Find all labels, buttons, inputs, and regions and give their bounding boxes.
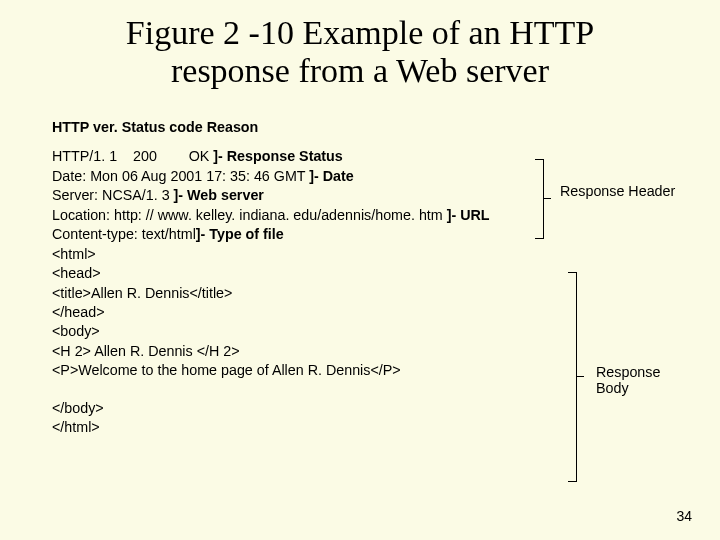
location-annotation: ]- URL xyxy=(447,207,490,223)
label-body-l2: Body xyxy=(596,380,629,396)
label-response-body: Response Body xyxy=(596,364,660,396)
status-annotation: ]- Response Status xyxy=(213,148,343,164)
column-caption: HTTP ver. Status code Reason xyxy=(52,118,672,137)
status-line: HTTP/1. 1 200 OK ]- Response Status xyxy=(52,147,672,166)
body-line: <html> xyxy=(52,245,672,264)
blank-line xyxy=(52,381,672,399)
slide: Figure 2 -10 Example of an HTTP response… xyxy=(0,0,720,540)
title-line-1: Figure 2 -10 Example of an HTTP xyxy=(126,14,594,51)
bracket-response-header xyxy=(543,159,544,239)
body-line: </body> xyxy=(52,399,672,418)
bracket-response-body xyxy=(576,272,577,482)
slide-title: Figure 2 -10 Example of an HTTP response… xyxy=(0,0,720,90)
body-line: </head> xyxy=(52,303,672,322)
status-text: HTTP/1. 1 200 OK xyxy=(52,148,213,164)
ctype-line: Content-type: text/html]- Type of file xyxy=(52,225,672,244)
body-line: <head> xyxy=(52,264,672,283)
body-line: <body> xyxy=(52,322,672,341)
date-annotation: ]- Date xyxy=(309,168,353,184)
date-text: Date: Mon 06 Aug 2001 17: 35: 46 GMT xyxy=(52,168,309,184)
label-body-l1: Response xyxy=(596,364,660,380)
server-annotation: ]- Web server xyxy=(174,187,264,203)
body-line: </html> xyxy=(52,418,672,437)
ctype-annotation: ]- Type of file xyxy=(196,226,284,242)
location-line: Location: http: // www. kelley. indiana.… xyxy=(52,206,672,225)
location-text: Location: http: // www. kelley. indiana.… xyxy=(52,207,447,223)
content-block: HTTP ver. Status code Reason HTTP/1. 1 2… xyxy=(52,118,672,438)
body-line: <P>Welcome to the home page of Allen R. … xyxy=(52,361,672,380)
label-response-header: Response Header xyxy=(560,183,675,199)
server-text: Server: NCSA/1. 3 xyxy=(52,187,174,203)
page-number: 34 xyxy=(676,508,692,524)
body-line: <H 2> Allen R. Dennis </H 2> xyxy=(52,342,672,361)
title-line-2: response from a Web server xyxy=(171,52,549,89)
ctype-text: Content-type: text/html xyxy=(52,226,196,242)
body-line: <title>Allen R. Dennis</title> xyxy=(52,284,672,303)
